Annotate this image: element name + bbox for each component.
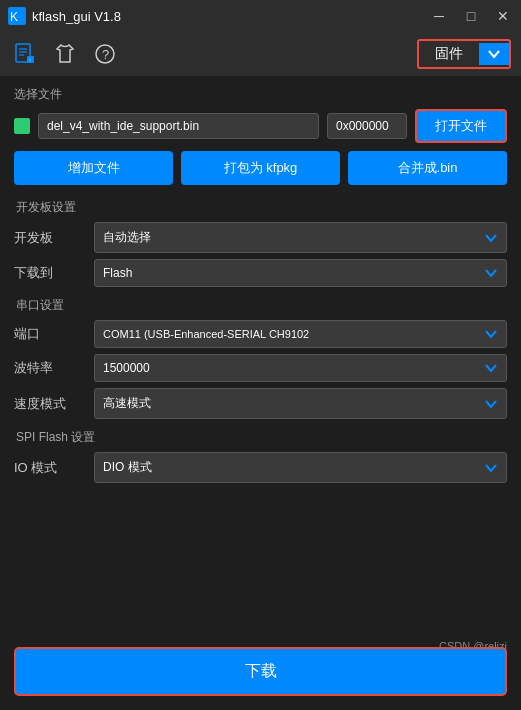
port-value: COM11 (USB-Enhanced-SERIAL CH9102 xyxy=(103,328,309,340)
port-row: 端口 COM11 (USB-Enhanced-SERIAL CH9102 xyxy=(14,320,507,348)
baud-value: 1500000 xyxy=(103,361,150,375)
help-icon-btn[interactable]: ? xyxy=(90,39,120,69)
mode-label: 固件 xyxy=(419,41,479,67)
board-select[interactable]: 自动选择 xyxy=(94,222,507,253)
titlebar-controls: ─ □ ✕ xyxy=(429,8,513,24)
spi-settings-label: SPI Flash 设置 xyxy=(14,429,507,446)
skin-icon-btn[interactable] xyxy=(50,39,80,69)
baud-dropdown-icon xyxy=(484,361,498,375)
minimize-button[interactable]: ─ xyxy=(429,8,449,24)
download-to-value: Flash xyxy=(103,266,132,280)
maximize-button[interactable]: □ xyxy=(461,8,481,24)
download-to-row: 下载到 Flash xyxy=(14,259,507,287)
port-select[interactable]: COM11 (USB-Enhanced-SERIAL CH9102 xyxy=(94,320,507,348)
baud-select[interactable]: 1500000 xyxy=(94,354,507,382)
speed-mode-dropdown-icon xyxy=(484,397,498,411)
io-mode-row: IO 模式 DIO 模式 xyxy=(14,452,507,483)
mode-dropdown-arrow[interactable] xyxy=(479,43,509,65)
download-to-dropdown-icon xyxy=(484,266,498,280)
baud-row: 波特率 1500000 xyxy=(14,354,507,382)
serial-settings-label: 串口设置 xyxy=(14,297,507,314)
port-label: 端口 xyxy=(14,325,94,343)
board-row: 开发板 自动选择 xyxy=(14,222,507,253)
add-file-button[interactable]: 增加文件 xyxy=(14,151,173,185)
firmware-icon: ↑ xyxy=(13,42,37,66)
board-name-label: 开发板 xyxy=(14,229,94,247)
main-content: 选择文件 del_v4_with_ide_support.bin 0x00000… xyxy=(0,76,521,503)
speed-mode-label: 速度模式 xyxy=(14,395,94,413)
board-value: 自动选择 xyxy=(103,229,151,246)
serial-settings-section: 串口设置 端口 COM11 (USB-Enhanced-SERIAL CH910… xyxy=(14,297,507,419)
titlebar-left: K kflash_gui V1.8 xyxy=(8,7,121,25)
app-icon: K xyxy=(8,7,26,25)
action-buttons-row: 增加文件 打包为 kfpkg 合并成.bin xyxy=(14,151,507,185)
svg-text:?: ? xyxy=(102,47,109,62)
shirt-icon xyxy=(53,42,77,66)
help-icon: ? xyxy=(93,42,117,66)
board-settings-section: 开发板设置 开发板 自动选择 下载到 Flash xyxy=(14,199,507,287)
speed-mode-row: 速度模式 高速模式 xyxy=(14,388,507,419)
titlebar-title: kflash_gui V1.8 xyxy=(32,9,121,24)
io-mode-dropdown-icon xyxy=(484,461,498,475)
speed-mode-select[interactable]: 高速模式 xyxy=(94,388,507,419)
toolbar-icons: ↑ ? xyxy=(10,39,120,69)
file-path-input[interactable]: del_v4_with_ide_support.bin xyxy=(38,113,319,139)
svg-text:↑: ↑ xyxy=(29,57,32,63)
download-section: 下载 xyxy=(0,637,521,710)
download-to-label: 下载到 xyxy=(14,264,94,282)
board-dropdown-icon xyxy=(484,231,498,245)
mode-select[interactable]: 固件 xyxy=(417,39,511,69)
close-button[interactable]: ✕ xyxy=(493,8,513,24)
toolbar: ↑ ? 固件 xyxy=(0,32,521,76)
download-to-select[interactable]: Flash xyxy=(94,259,507,287)
io-mode-label: IO 模式 xyxy=(14,459,94,477)
svg-text:K: K xyxy=(10,10,18,24)
chevron-down-icon xyxy=(487,47,501,61)
merge-bin-button[interactable]: 合并成.bin xyxy=(348,151,507,185)
firmware-icon-btn[interactable]: ↑ xyxy=(10,39,40,69)
board-settings-label: 开发板设置 xyxy=(14,199,507,216)
file-status-indicator xyxy=(14,118,30,134)
speed-mode-value: 高速模式 xyxy=(103,395,151,412)
titlebar: K kflash_gui V1.8 ─ □ ✕ xyxy=(0,0,521,32)
io-mode-value: DIO 模式 xyxy=(103,459,152,476)
baud-label: 波特率 xyxy=(14,359,94,377)
io-mode-select[interactable]: DIO 模式 xyxy=(94,452,507,483)
download-button[interactable]: 下载 xyxy=(14,647,507,696)
spi-settings-section: SPI Flash 设置 IO 模式 DIO 模式 xyxy=(14,429,507,483)
port-dropdown-icon xyxy=(484,327,498,341)
open-file-button[interactable]: 打开文件 xyxy=(415,109,507,143)
address-input[interactable]: 0x000000 xyxy=(327,113,407,139)
file-row: del_v4_with_ide_support.bin 0x000000 打开文… xyxy=(14,109,507,143)
pack-kfpkg-button[interactable]: 打包为 kfpkg xyxy=(181,151,340,185)
file-section-label: 选择文件 xyxy=(14,86,507,103)
